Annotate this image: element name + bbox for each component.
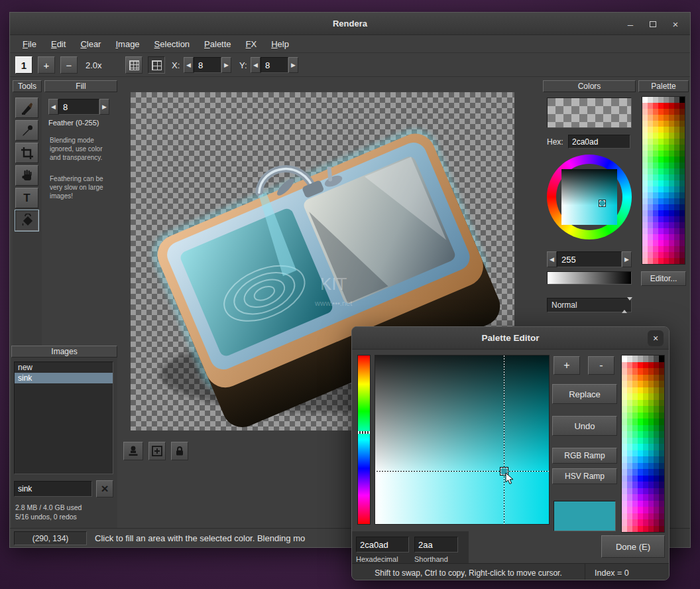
palette-swatch[interactable] (664, 163, 669, 168)
palette-swatch[interactable] (664, 240, 669, 246)
palette-swatch[interactable] (664, 168, 669, 174)
palette-swatch[interactable] (622, 375, 627, 381)
palette-swatch[interactable] (643, 419, 648, 425)
crop-tool-button[interactable] (15, 143, 38, 163)
palette-swatch[interactable] (627, 494, 632, 501)
palette-swatch[interactable] (664, 252, 669, 258)
palette-swatch[interactable] (659, 356, 664, 362)
palette-swatch[interactable] (632, 393, 638, 400)
palette-swatch[interactable] (659, 381, 664, 387)
palette-swatch[interactable] (653, 174, 658, 180)
palette-swatch[interactable] (622, 450, 627, 457)
palette-swatch[interactable] (627, 526, 632, 533)
palette-swatch[interactable] (643, 463, 648, 470)
palette-swatch[interactable] (642, 103, 648, 109)
image-name-input[interactable] (14, 481, 92, 497)
palette-swatch[interactable] (658, 168, 664, 174)
palette-swatch[interactable] (632, 368, 638, 375)
hsv-ramp-button[interactable]: HSV Ramp (552, 468, 617, 484)
palette-swatch[interactable] (648, 252, 653, 258)
palette-swatch[interactable] (642, 258, 648, 264)
palette-swatch[interactable] (653, 109, 658, 115)
palette-swatch[interactable] (638, 482, 643, 488)
palette-swatch[interactable] (632, 375, 638, 381)
palette-swatch[interactable] (622, 519, 627, 526)
palette-swatch[interactable] (674, 192, 679, 198)
palette-swatch[interactable] (627, 431, 632, 438)
palette-swatch[interactable] (638, 526, 643, 533)
palette-swatch[interactable] (674, 210, 679, 216)
grid-y-decrement[interactable]: ◀ (251, 57, 261, 73)
palette-swatch[interactable] (664, 216, 669, 222)
palette-grid[interactable] (642, 97, 685, 264)
palette-swatch[interactable] (638, 519, 643, 526)
palette-swatch[interactable] (643, 387, 648, 394)
palette-swatch[interactable] (679, 186, 685, 192)
palette-swatch[interactable] (648, 198, 653, 204)
palette-swatch[interactable] (659, 400, 664, 407)
palette-swatch[interactable] (643, 526, 648, 533)
color-wheel[interactable] (547, 155, 632, 239)
palette-swatch[interactable] (627, 425, 632, 432)
palette-swatch[interactable] (642, 210, 648, 216)
palette-swatch[interactable] (648, 494, 654, 501)
palette-swatch[interactable] (642, 133, 648, 139)
palette-swatch[interactable] (632, 362, 638, 369)
palette-swatch[interactable] (674, 180, 679, 186)
grid-x-increment[interactable]: ▶ (221, 57, 231, 73)
palette-swatch[interactable] (674, 240, 679, 246)
palette-swatch[interactable] (632, 507, 638, 513)
palette-swatch[interactable] (648, 438, 654, 444)
palette-swatch[interactable] (627, 456, 632, 463)
palette-swatch[interactable] (669, 145, 674, 151)
palette-swatch[interactable] (632, 469, 638, 476)
palette-swatch[interactable] (653, 192, 658, 198)
palette-swatch[interactable] (658, 228, 664, 234)
palette-swatch[interactable] (622, 438, 627, 444)
palette-swatch[interactable] (679, 240, 685, 246)
palette-swatch[interactable] (627, 488, 632, 495)
palette-swatch[interactable] (674, 204, 679, 210)
palette-swatch[interactable] (648, 163, 653, 168)
palette-swatch[interactable] (643, 450, 648, 457)
palette-swatch[interactable] (643, 501, 648, 507)
palette-swatch[interactable] (622, 463, 627, 470)
palette-swatch[interactable] (622, 406, 627, 413)
palette-swatch[interactable] (648, 387, 654, 394)
palette-swatch[interactable] (654, 387, 659, 394)
palette-swatch[interactable] (643, 494, 648, 501)
palette-swatch[interactable] (658, 109, 664, 115)
palette-swatch[interactable] (642, 228, 648, 234)
constrain-toggle-button[interactable] (148, 442, 166, 460)
palette-swatch[interactable] (648, 368, 654, 375)
palette-swatch[interactable] (674, 163, 679, 168)
palette-swatch[interactable] (638, 431, 643, 438)
palette-swatch[interactable] (658, 139, 664, 145)
palette-swatch[interactable] (648, 192, 653, 198)
palette-swatch[interactable] (643, 444, 648, 450)
palette-swatch[interactable] (648, 103, 653, 109)
palette-swatch[interactable] (642, 151, 648, 157)
palette-swatch[interactable] (648, 222, 653, 228)
palette-swatch[interactable] (648, 419, 654, 425)
palette-swatch[interactable] (654, 413, 659, 419)
palette-swatch[interactable] (658, 222, 664, 228)
titlebar[interactable]: Rendera – × (10, 13, 690, 35)
palette-swatch[interactable] (632, 450, 638, 457)
palette-swatch[interactable] (627, 463, 632, 470)
palette-swatch[interactable] (679, 139, 685, 145)
palette-swatch[interactable] (648, 356, 654, 362)
palette-swatch[interactable] (679, 210, 685, 216)
undo-button[interactable]: Undo (552, 416, 617, 436)
palette-swatch[interactable] (648, 168, 653, 174)
palette-swatch[interactable] (664, 180, 669, 186)
palette-swatch[interactable] (642, 186, 648, 192)
grid-y-increment[interactable]: ▶ (288, 57, 298, 73)
close-button[interactable]: × (666, 16, 685, 32)
palette-swatch[interactable] (669, 258, 674, 264)
palette-swatch[interactable] (632, 513, 638, 520)
palette-swatch[interactable] (659, 444, 664, 450)
palette-swatch[interactable] (632, 356, 638, 362)
trans-input[interactable] (557, 251, 622, 267)
palette-swatch[interactable] (669, 234, 674, 240)
